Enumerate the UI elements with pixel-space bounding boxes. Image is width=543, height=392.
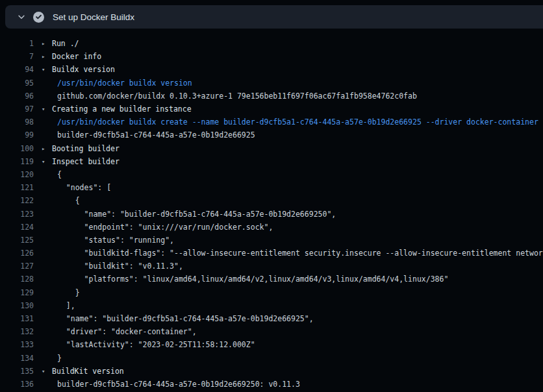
log-group-title: Run ./ [52,39,79,48]
log-output-text: "platforms": "linux/amd64,linux/amd64/v2… [57,275,448,284]
log-group-title: Booting builder [52,144,120,153]
line-number[interactable]: 127 [0,262,34,271]
log-output-text: ], [57,301,75,310]
log-command-text: /usr/bin/docker buildx create --name bui… [57,117,538,127]
triangle-expanded-icon[interactable]: ▾ [42,106,52,112]
log-line-row: 126 "buildkitd-flags": "--allow-insecure… [0,247,543,260]
log-group-row: 7▸Docker info [0,50,543,63]
log-output-text: { [57,170,62,179]
log-output-text: "status": "running", [57,236,174,245]
log-output-text: } [57,354,62,363]
log-output-text: "name": "builder-d9cfb5a1-c764-445a-a57e… [57,210,336,219]
triangle-collapsed-icon[interactable]: ▸ [42,40,52,47]
line-number[interactable]: 98 [0,117,34,127]
log-group-row: 119▾Inspect builder [0,155,543,168]
log-line-row: 131 "name": "builder-d9cfb5a1-c764-445a-… [0,312,543,325]
log-group-toggle[interactable]: ▸Run ./ [42,39,79,48]
line-number[interactable]: 136 [0,380,34,389]
line-number[interactable]: 132 [0,327,34,336]
log-output-text: "endpoint": "unix:///var/run/docker.sock… [57,223,273,232]
log-output-text: "buildkitd-flags": "--allow-insecure-ent… [57,249,543,258]
line-number[interactable]: 124 [0,223,34,232]
log-line-row: 132 "driver": "docker-container", [0,325,543,338]
line-number[interactable]: 119 [0,157,34,166]
log-group-toggle[interactable]: ▾BuildKit version [42,367,124,376]
log-group-toggle[interactable]: ▾Buildx version [42,65,115,74]
line-number[interactable]: 133 [0,340,34,349]
line-number[interactable]: 121 [0,183,34,192]
log-output-text: builder-d9cfb5a1-c764-445a-a57e-0b19d2e6… [57,130,255,140]
line-number[interactable]: 94 [0,65,34,74]
log-line-row: 129 } [0,286,543,299]
log-line-row: 123 "name": "builder-d9cfb5a1-c764-445a-… [0,207,543,220]
log-output-text: builder-d9cfb5a1-c764-445a-a57e-0b19d2e6… [57,380,300,389]
triangle-collapsed-icon[interactable]: ▸ [42,145,52,152]
log-group-title: Creating a new builder instance [52,104,192,114]
line-number[interactable]: 122 [0,196,34,205]
log-output-text: { [57,196,80,205]
log-line-row: 128 "platforms": "linux/amd64,linux/amd6… [0,273,543,286]
line-number[interactable]: 95 [0,79,34,88]
actions-log-viewer: Set up Docker Buildx 1▸Run ./7▸Docker in… [0,0,543,392]
step-title: Set up Docker Buildx [53,12,134,22]
log-output-text: "lastActivity": "2023-02-25T11:58:12.000… [57,340,255,349]
log-line-row: 133 "lastActivity": "2023-02-25T11:58:12… [0,338,543,351]
log-output-text: "buildkit": "v0.11.3", [57,262,183,271]
line-number[interactable]: 100 [0,144,34,153]
triangle-expanded-icon[interactable]: ▾ [42,66,52,73]
line-number[interactable]: 130 [0,301,34,310]
log-group-toggle[interactable]: ▸Docker info [42,52,101,61]
log-line-row: 99builder-d9cfb5a1-c764-445a-a57e-0b19d2… [0,129,543,141]
chevron-down-icon[interactable] [17,12,26,21]
line-number[interactable]: 97 [0,104,34,114]
log-group-title: BuildKit version [52,367,124,376]
triangle-expanded-icon[interactable]: ▾ [42,158,52,165]
line-number[interactable]: 135 [0,367,34,376]
line-number[interactable]: 7 [0,52,34,61]
log-line-row: 121 "nodes": [ [0,181,543,194]
log-line-row: 134} [0,352,543,365]
log-group-title: Buildx version [52,65,115,74]
log-line-row: 96github.com/docker/buildx 0.10.3+azure-… [0,90,543,103]
step-header[interactable]: Set up Docker Buildx [5,5,543,29]
log-output-text: "name": "builder-d9cfb5a1-c764-445a-a57e… [57,314,314,323]
log-line-row: 125 "status": "running", [0,234,543,247]
log-line-row: 130 ], [0,299,543,312]
log-output-text: "nodes": [ [57,183,111,192]
log-output-text: } [57,288,80,297]
line-number[interactable]: 120 [0,170,34,179]
triangle-collapsed-icon[interactable]: ▸ [42,53,52,60]
log-line-row: 127 "buildkit": "v0.11.3", [0,260,543,273]
log-lines-container: 1▸Run ./7▸Docker info94▾Buildx version95… [0,37,543,391]
line-number[interactable]: 123 [0,210,34,219]
log-line-row: 124 "endpoint": "unix:///var/run/docker.… [0,221,543,234]
log-group-title: Inspect builder [52,157,120,166]
log-group-row: 100▸Booting builder [0,142,543,155]
line-number[interactable]: 129 [0,288,34,297]
log-output-text: github.com/docker/buildx 0.10.3+azure-1 … [57,92,417,101]
log-group-toggle[interactable]: ▾Inspect builder [42,157,120,166]
line-number[interactable]: 128 [0,275,34,284]
log-group-toggle[interactable]: ▸Booting builder [42,144,120,153]
log-group-toggle[interactable]: ▾Creating a new builder instance [42,104,192,114]
log-line-row: 136builder-d9cfb5a1-c764-445a-a57e-0b19d… [0,378,543,391]
log-group-row: 1▸Run ./ [0,37,543,50]
log-group-row: 94▾Buildx version [0,63,543,76]
line-number[interactable]: 99 [0,130,34,140]
log-group-row: 97▾Creating a new builder instance [0,103,543,116]
log-line-row: 95/usr/bin/docker buildx version [0,77,543,90]
line-number[interactable]: 134 [0,354,34,363]
log-line-row: 122 { [0,194,543,207]
log-group-row: 135▾BuildKit version [0,365,543,378]
line-number[interactable]: 131 [0,314,34,323]
triangle-expanded-icon[interactable]: ▾ [42,368,52,374]
log-output-text: "driver": "docker-container", [57,327,197,336]
line-number[interactable]: 125 [0,236,34,245]
line-number[interactable]: 1 [0,39,34,48]
log-command-text: /usr/bin/docker buildx version [57,79,192,88]
log-line-row: 98/usr/bin/docker buildx create --name b… [0,116,543,129]
line-number[interactable]: 96 [0,92,34,101]
check-circle-icon [33,12,44,23]
line-number[interactable]: 126 [0,249,34,258]
log-group-title: Docker info [52,52,101,61]
